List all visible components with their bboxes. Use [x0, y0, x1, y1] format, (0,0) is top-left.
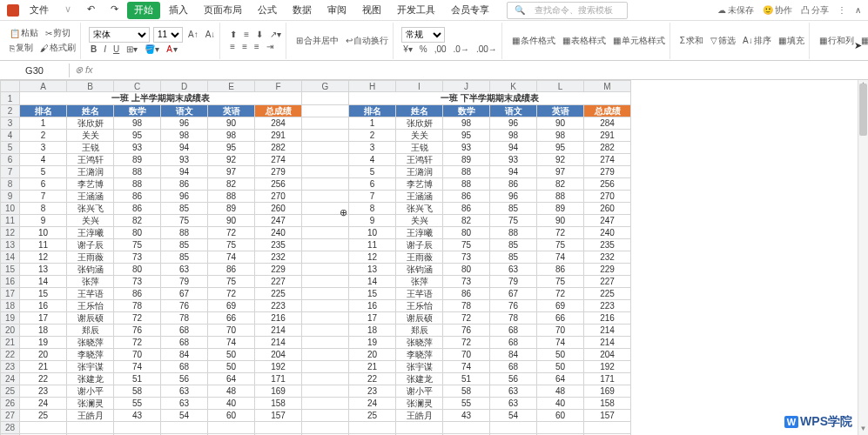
- align-left-icon[interactable]: ≡: [228, 41, 237, 52]
- share-button[interactable]: 凸 分享: [801, 4, 829, 17]
- indent-icon[interactable]: ⇥: [265, 41, 275, 52]
- search-input[interactable]: 🔍 查找命令、搜索模板: [507, 2, 628, 19]
- painter-button[interactable]: 🖌格式刷: [38, 41, 77, 55]
- scroll-down-icon[interactable]: ▼: [858, 425, 868, 435]
- menu-redo-icon[interactable]: ↷: [104, 2, 125, 19]
- watermark: WWPS学院: [784, 414, 852, 430]
- caret-icon[interactable]: ∧: [855, 5, 861, 15]
- tab-data[interactable]: 数据: [286, 2, 319, 19]
- merge-button[interactable]: ⊞合并居中: [294, 34, 340, 48]
- sheet-area[interactable]: ABCDEFGHIJKLM1一班 上半学期期末成绩表一班 下半学期期末成绩表2排…: [0, 80, 858, 435]
- formula-input[interactable]: [98, 69, 868, 72]
- align-right-icon[interactable]: ≡: [252, 41, 261, 52]
- cell-style-button[interactable]: ▦单元格样式: [611, 34, 667, 48]
- tab-layout[interactable]: 页面布局: [197, 2, 249, 19]
- menu-tabs: 文件 ∨ ↶ ↷ 开始 插入 页面布局 公式 数据 审阅 视图 开发工具 会员专…: [23, 2, 628, 19]
- italic-icon[interactable]: I: [102, 44, 108, 55]
- percent-icon[interactable]: %: [418, 44, 429, 55]
- comma-icon[interactable]: ,00: [433, 44, 448, 55]
- underline-icon[interactable]: U: [111, 44, 121, 55]
- format-select[interactable]: 常规: [401, 27, 445, 43]
- coop-button[interactable]: 🙂 协作: [763, 4, 792, 17]
- border-icon[interactable]: ⊞▾: [124, 44, 139, 55]
- tab-formula[interactable]: 公式: [251, 2, 284, 19]
- vertical-scrollbar[interactable]: ▲ ▼: [858, 80, 868, 435]
- tab-dev[interactable]: 开发工具: [390, 2, 442, 19]
- scroll-thumb[interactable]: [859, 84, 867, 136]
- sheet-button[interactable]: ▦工作表: [859, 34, 868, 48]
- more-icon[interactable]: ⋮: [838, 5, 846, 15]
- fill-color-icon[interactable]: 🪣▾: [143, 44, 161, 55]
- wrap-button[interactable]: ↩自动换行: [344, 34, 390, 48]
- align-top-icon[interactable]: ⬆: [228, 29, 239, 40]
- fx-icon[interactable]: ⊗ fx: [70, 64, 98, 76]
- filter-button[interactable]: ▽筛选: [709, 34, 737, 48]
- app-logo-icon: [7, 4, 19, 17]
- dec-dec-icon[interactable]: .00→: [474, 44, 499, 55]
- name-box[interactable]: G30: [0, 64, 70, 77]
- tab-start[interactable]: 开始: [127, 2, 160, 19]
- dec-inc-icon[interactable]: .0→: [452, 44, 471, 55]
- align-bot-icon[interactable]: ⬇: [254, 29, 265, 40]
- tab-view[interactable]: 视图: [355, 2, 388, 19]
- table-style-button[interactable]: ▦表格样式: [561, 34, 608, 48]
- sort-button[interactable]: A↓排序: [741, 34, 773, 48]
- orient-icon[interactable]: ↗▾: [268, 29, 283, 40]
- formula-bar: G30 ⊗ fx: [0, 61, 868, 80]
- cut-button[interactable]: ✂剪切: [44, 26, 72, 40]
- bold-icon[interactable]: B: [89, 44, 98, 55]
- cond-fmt-button[interactable]: ▦条件格式: [510, 34, 557, 48]
- font-color-icon[interactable]: A▾: [165, 44, 179, 55]
- align-mid-icon[interactable]: ≡: [242, 29, 251, 40]
- font-select[interactable]: 宋体: [89, 27, 150, 43]
- align-center-icon[interactable]: ≡: [240, 41, 249, 52]
- ribbon: 📋粘贴✂剪切 ⎘复制🖌格式刷 宋体11A↑A↓ BIU⊞▾🪣▾A▾ ⬆≡⬇↗▾ …: [0, 21, 868, 61]
- inc-font-icon[interactable]: A↑: [186, 29, 200, 40]
- tab-vip[interactable]: 会员专享: [444, 2, 496, 19]
- paste-button[interactable]: 📋粘贴: [8, 26, 40, 40]
- dec-font-icon[interactable]: A↓: [204, 29, 218, 40]
- rowcol-button[interactable]: ▦行和列: [818, 34, 856, 48]
- copy-button[interactable]: ⎘复制: [8, 41, 35, 55]
- tab-review[interactable]: 审阅: [320, 2, 353, 19]
- menu-undo-icon[interactable]: ↶: [80, 2, 102, 19]
- size-select[interactable]: 11: [153, 27, 183, 43]
- sum-button[interactable]: Σ求和: [678, 34, 705, 48]
- currency-icon[interactable]: ¥▾: [401, 44, 414, 55]
- grid[interactable]: ABCDEFGHIJKLM1一班 上半学期期末成绩表一班 下半学期期末成绩表2排…: [0, 80, 631, 435]
- fill-button[interactable]: ▦填充: [777, 34, 806, 48]
- menu-file[interactable]: 文件: [23, 2, 56, 19]
- tab-insert[interactable]: 插入: [162, 2, 195, 19]
- title-bar: 文件 ∨ ↶ ↷ 开始 插入 页面布局 公式 数据 审阅 视图 开发工具 会员专…: [0, 0, 868, 21]
- unsaved-indicator[interactable]: ☁ 未保存: [717, 4, 754, 17]
